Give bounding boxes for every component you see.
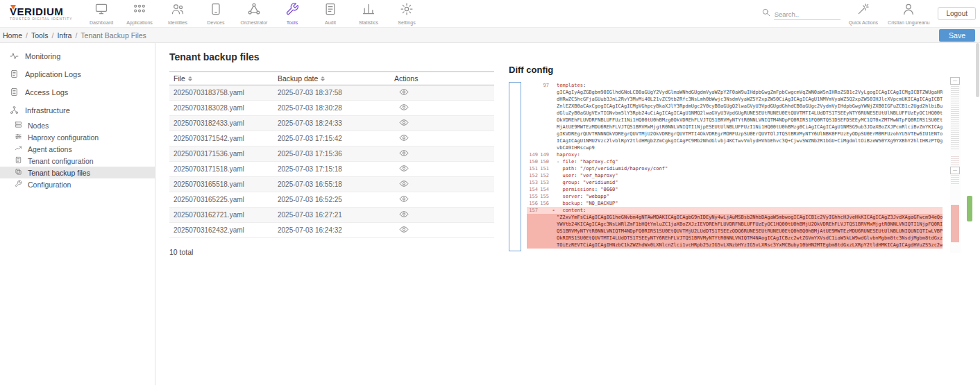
sidebar-item-infrastructure[interactable]: Infrastructure — [0, 101, 155, 119]
application-logs-icon — [10, 69, 19, 80]
save-button[interactable]: Save — [939, 29, 975, 42]
nav-item-applications[interactable]: Applications — [121, 2, 159, 25]
date-cell: 2025-07-03 18:30:28 — [273, 104, 390, 112]
tenant-backup-files-icon — [15, 168, 22, 177]
view-backup-button[interactable] — [399, 87, 409, 98]
table-row: 20250703165225.yaml 2025-07-03 16:52:25 — [169, 192, 494, 208]
fold-widget[interactable]: — — [950, 77, 960, 85]
diff-panel: Diff config 97templates:gICAgIyAgZGBgbm9… — [506, 43, 980, 385]
table-row: 20250703183758.yaml 2025-07-03 18:37:58 — [169, 85, 494, 101]
date-cell: 2025-07-03 16:27:21 — [273, 211, 390, 219]
view-backup-button[interactable] — [399, 149, 409, 159]
view-backup-button[interactable] — [399, 118, 409, 128]
actions-cell — [390, 87, 494, 98]
actions-cell — [390, 210, 494, 220]
diff-fold-strip — [509, 82, 521, 251]
view-backup-button[interactable] — [399, 179, 409, 190]
sidebar-item-access-logs[interactable]: Access Logs — [0, 83, 155, 101]
nav-item-dashboard[interactable]: Dashboard — [83, 2, 121, 25]
top-bar: VERIDIUM TRUSTED DIGITAL IDENTITY Dashbo… — [0, 0, 980, 28]
actions-cell — [390, 179, 494, 190]
nav-item-devices[interactable]: Devices — [197, 2, 235, 25]
breadcrumb-current: Tenant Backup Files — [81, 31, 146, 40]
breadcrumb-separator: / — [51, 31, 53, 40]
view-backup-button[interactable] — [399, 225, 409, 235]
diff-code[interactable]: 97templates:gICAgIyAgZGBgbm90IGlhdGNoLCB… — [527, 82, 943, 253]
logout-button[interactable]: Logout — [938, 7, 976, 20]
orchestrator-icon — [247, 2, 261, 19]
file-cell: 20250703171536.yaml — [169, 150, 273, 158]
sidebar-item-agent-actions[interactable]: Agent actions — [0, 143, 155, 155]
search-box — [761, 8, 840, 20]
column-header-file[interactable]: File — [169, 74, 273, 83]
view-backup-button[interactable] — [399, 133, 409, 144]
date-cell: 2025-07-03 17:15:36 — [273, 150, 390, 158]
date-cell: 2025-07-03 17:15:42 — [273, 135, 390, 142]
view-backup-button[interactable] — [399, 210, 409, 220]
sort-icon — [188, 76, 192, 81]
haproxy-configuration-icon — [15, 133, 22, 142]
file-cell: 20250703183758.yaml — [169, 89, 273, 96]
sidebar: Monitoring Application Logs Access Logs … — [0, 43, 155, 385]
sidebar-item-tenant-backup-files[interactable]: Tenant backup files — [0, 167, 155, 178]
page-title: Tenant backup files — [169, 51, 506, 62]
nav-item-tools[interactable]: Tools — [273, 2, 312, 25]
quick-actions-button[interactable]: Quick Actions — [847, 2, 879, 25]
sidebar-item-configuration[interactable]: Configuration — [0, 178, 155, 190]
table-row: 20250703183028.yaml 2025-07-03 18:30:28 — [169, 101, 494, 116]
fold-widget[interactable]: — — [950, 167, 960, 174]
file-cell: 20250703165518.yaml — [169, 181, 273, 188]
nav-item-statistics[interactable]: Statistics — [350, 2, 388, 25]
file-cell: 20250703171518.yaml — [169, 165, 273, 173]
minimap-texture — [951, 84, 959, 149]
applications-icon — [133, 2, 146, 19]
sidebar-item-nodes[interactable]: Nodes — [0, 119, 155, 131]
breadcrumb-link-infra[interactable]: Infra — [57, 31, 71, 40]
table-row: 20250703171542.yaml 2025-07-03 17:15:42 — [169, 131, 494, 146]
date-cell: 2025-07-03 17:15:18 — [273, 165, 390, 173]
sidebar-item-monitoring[interactable]: Monitoring — [0, 47, 155, 65]
file-cell: 20250703182433.yaml — [169, 119, 273, 127]
diff-line: 97templates: — [527, 82, 943, 89]
column-header-actions: Actions — [390, 74, 494, 83]
main-nav: Dashboard Applications Identities Device… — [83, 2, 426, 25]
sidebar-item-haproxy-configuration[interactable]: Haproxy configuration — [0, 131, 155, 143]
page-scrollbar[interactable] — [976, 43, 979, 97]
audit-icon — [323, 2, 337, 19]
actions-cell — [390, 225, 494, 235]
devices-icon — [209, 2, 223, 19]
diff-line: dGluZyB0aGUgVExTIGNvbm5lY3Rpb24uCiAgICAg… — [527, 110, 943, 117]
file-cell: 20250703171542.yaml — [169, 135, 273, 142]
date-cell: 2025-07-03 18:24:33 — [273, 119, 390, 127]
breadcrumb-link-home[interactable]: Home — [3, 31, 22, 40]
nav-item-identities[interactable]: Identities — [159, 2, 197, 25]
actions-cell — [390, 194, 494, 205]
overview-ruler — [967, 81, 973, 253]
diff-line: ICAgICAgU1NMU2Vzc2lvblRpY2tldHMgb2ZmCgkg… — [527, 137, 943, 144]
diff-line: 150150- file: "haproxy.cfg" — [527, 158, 943, 165]
nav-item-settings[interactable]: Settings — [388, 2, 426, 25]
diff-line: OkRIRS1SU0EtQUVTMTI4LUdDTS1TSEEyNTY6REhF… — [527, 235, 943, 242]
view-backup-button[interactable] — [399, 164, 409, 174]
search-input[interactable] — [774, 9, 840, 20]
breadcrumb-link-tools[interactable]: Tools — [31, 31, 49, 40]
view-backup-button[interactable] — [399, 103, 409, 113]
eye-icon — [399, 225, 409, 235]
brand-name: VERIDIUM — [10, 6, 73, 17]
diff-line: OkVDREhFLUVDRFNBLUFFUzI1Ni1HQ00tU0hBMzg0… — [527, 117, 943, 124]
nav-item-orchestrator[interactable]: Orchestrator — [235, 2, 273, 25]
column-header-backup-date[interactable]: Backup date — [273, 74, 390, 83]
sidebar-item-tenant-configuration[interactable]: Tenant configuration — [0, 155, 155, 167]
identities-icon — [171, 2, 185, 19]
diff-editor[interactable]: 97templates:gICAgIyAgZGBgbm90IGlhdGNoLCB… — [509, 81, 974, 253]
view-backup-button[interactable] — [399, 194, 409, 205]
brand-logo: VERIDIUM TRUSTED DIGITAL IDENTITY — [10, 6, 73, 22]
top-bar-right: Quick Actions Cristian Ungureanu Logout — [761, 2, 976, 25]
access-logs-icon — [10, 87, 19, 98]
agent-actions-icon — [15, 144, 22, 153]
user-menu[interactable]: Cristian Ungureanu — [886, 2, 931, 25]
nav-item-audit[interactable]: Audit — [312, 2, 350, 25]
table-row: 20250703162432.yaml 2025-07-03 16:24:32 — [169, 223, 494, 238]
sidebar-item-application-logs[interactable]: Application Logs — [0, 65, 155, 83]
date-cell: 2025-07-03 18:37:58 — [273, 89, 390, 96]
